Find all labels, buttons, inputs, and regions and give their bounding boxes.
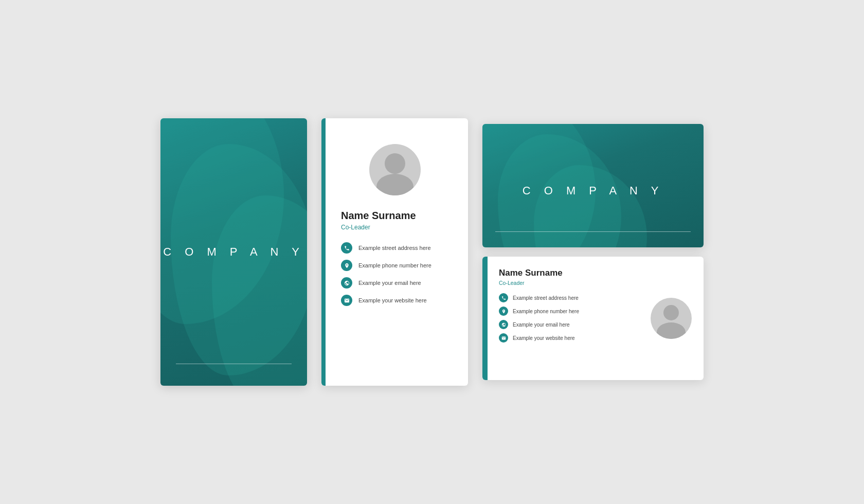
contact-email-middle: Example your email here <box>341 277 454 289</box>
avatar-head <box>385 153 405 174</box>
wave-3 <box>212 195 307 386</box>
phone-icon-middle <box>341 242 352 254</box>
card-vertical-teal-back: C O M P A N Y <box>160 118 307 386</box>
avatar-body <box>376 174 413 195</box>
avatar-area-right <box>647 257 704 380</box>
email-text-right: Example your email here <box>513 322 570 328</box>
person-title-middle: Co-Leader <box>341 224 454 231</box>
content-area-middle: Name Surname Co-Leader Example street ad… <box>321 195 468 322</box>
globe-icon-middle <box>341 277 352 289</box>
company-name-left: C O M P A N Y <box>163 245 304 259</box>
main-canvas: C O M P A N Y Name Surname Co-Leader Exa… <box>0 0 864 504</box>
address-text-middle: Example street address here <box>358 245 431 251</box>
phone-icon-right <box>499 293 508 302</box>
email-icon-right <box>499 333 508 343</box>
contact-phone-middle: Example phone number here <box>341 260 454 271</box>
right-column: C O M P A N Y Name Surname Co-Leader Exa… <box>482 124 704 380</box>
avatar-head-sm <box>663 305 679 320</box>
card-vertical-white-front: Name Surname Co-Leader Example street ad… <box>321 118 468 386</box>
avatar-middle <box>369 144 421 195</box>
contact-email-right: Example your email here <box>499 320 639 329</box>
card-horizontal-teal-back: C O M P A N Y <box>482 124 704 247</box>
website-text-right: Example your website here <box>513 335 575 341</box>
teal-strip-right <box>482 257 488 380</box>
avatar-right <box>651 298 692 339</box>
globe-icon-right <box>499 320 508 329</box>
email-icon-middle <box>341 295 352 306</box>
contact-address-middle: Example street address here <box>341 242 454 254</box>
contact-phone-right: Example phone number here <box>499 307 639 316</box>
phone-text-middle: Example phone number here <box>358 262 431 268</box>
company-name-right-top: C O M P A N Y <box>523 184 664 197</box>
person-name-middle: Name Surname <box>341 210 454 222</box>
teal-strip-middle <box>321 118 326 386</box>
phone-text-right: Example phone number here <box>513 309 579 314</box>
contact-website-middle: Example your website here <box>341 295 454 306</box>
person-title-right: Co-Leader <box>499 280 639 286</box>
person-name-right: Name Surname <box>499 268 639 278</box>
website-text-middle: Example your website here <box>358 297 427 303</box>
location-icon-middle <box>341 260 352 271</box>
email-text-middle: Example your email here <box>358 280 421 286</box>
content-left-right: Name Surname Co-Leader Example street ad… <box>488 257 647 380</box>
contact-address-right: Example street address here <box>499 293 639 302</box>
contact-website-right: Example your website here <box>499 333 639 343</box>
avatar-body-sm <box>657 322 686 339</box>
wave-r-3 <box>534 165 647 247</box>
card-horizontal-white-front: Name Surname Co-Leader Example street ad… <box>482 257 704 380</box>
location-icon-right <box>499 307 508 316</box>
bottom-line-right-top <box>495 231 691 232</box>
address-text-right: Example street address here <box>513 295 579 301</box>
bottom-line-left <box>176 364 292 364</box>
